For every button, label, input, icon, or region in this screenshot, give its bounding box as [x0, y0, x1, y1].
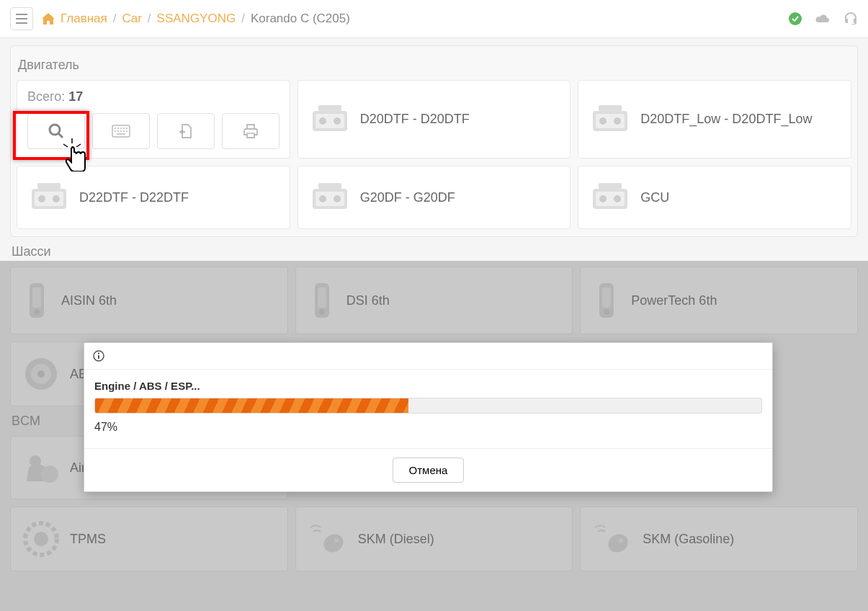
cursor-click-icon [62, 138, 95, 171]
keyboard-button[interactable] [92, 113, 150, 149]
section-title-engine: Двигатель [18, 58, 850, 73]
total-value: 17 [68, 89, 83, 104]
breadcrumb-brand[interactable]: SSANGYONG [157, 12, 236, 26]
svg-point-13 [614, 117, 621, 125]
breadcrumb-sep: / [148, 12, 151, 26]
progress-modal: Engine / ABS / ESP... 47% Отмена [84, 342, 773, 492]
card-label: D20DTF_Low - D20DTF_Low [640, 112, 812, 127]
svg-rect-51 [98, 353, 99, 354]
keyboard-icon [112, 125, 130, 138]
breadcrumb-sep: / [241, 12, 245, 26]
engine-row-2: D22DTF - D22DTF G20DF - G20DF GCU [17, 166, 851, 229]
toolbar-card: Всего: 17 [17, 80, 290, 159]
breadcrumb-current: Korando C (C205) [251, 12, 350, 26]
svg-point-0 [50, 125, 60, 135]
svg-point-8 [334, 117, 341, 125]
info-icon [93, 350, 104, 362]
top-bar: Главная / Car / SSANGYONG / Korando C (C… [0, 0, 868, 38]
svg-point-28 [614, 195, 621, 202]
svg-point-17 [38, 195, 45, 202]
engine-option-card[interactable]: D20DTF - D20DTF [297, 80, 571, 159]
engine-icon [590, 182, 630, 213]
section-title-chassis: Шасси [12, 244, 856, 259]
printer-icon [243, 123, 259, 139]
print-button[interactable] [222, 113, 279, 149]
breadcrumb-home[interactable]: Главная [61, 12, 107, 26]
svg-line-2 [63, 144, 68, 147]
svg-point-23 [334, 195, 341, 202]
engine-icon [310, 104, 350, 135]
total-label: Всего: [27, 89, 68, 104]
svg-point-27 [599, 195, 607, 202]
svg-rect-24 [318, 183, 341, 189]
engine-section: Двигатель Всего: 17 [10, 45, 858, 237]
search-icon [48, 122, 65, 140]
card-label: GCU [640, 190, 669, 205]
progress-bar [94, 398, 762, 414]
svg-point-12 [599, 117, 607, 125]
modal-header [84, 343, 772, 370]
svg-rect-14 [599, 105, 622, 111]
breadcrumb-car[interactable]: Car [122, 12, 141, 26]
svg-rect-9 [318, 105, 341, 111]
progress-percent: 47% [94, 421, 762, 434]
svg-point-18 [53, 195, 60, 202]
svg-point-22 [319, 195, 326, 202]
status-ok-icon [789, 12, 802, 25]
headset-icon[interactable] [844, 12, 858, 26]
modal-body: Engine / ABS / ESP... 47% [84, 370, 772, 448]
engine-icon [310, 182, 350, 213]
card-label: D22DTF - D22DTF [79, 190, 189, 205]
engine-option-card[interactable]: D20DTF_Low - D20DTF_Low [578, 80, 851, 159]
engine-icon [29, 182, 69, 213]
engine-option-card[interactable]: D22DTF - D22DTF [17, 166, 290, 229]
breadcrumb: Главная / Car / SSANGYONG / Korando C (C… [42, 12, 350, 26]
engine-option-card[interactable]: G20DF - G20DF [297, 166, 571, 229]
hamburger-icon [16, 14, 27, 24]
svg-rect-19 [37, 183, 61, 189]
export-button[interactable] [157, 113, 215, 149]
svg-rect-29 [599, 183, 622, 189]
engine-option-card[interactable]: GCU [578, 166, 851, 229]
card-label: D20DTF - D20DTF [360, 112, 470, 127]
breadcrumb-sep: / [113, 12, 117, 26]
svg-point-7 [319, 117, 326, 125]
cloud-icon[interactable] [815, 13, 831, 24]
progress-label: Engine / ABS / ESP... [94, 380, 762, 392]
svg-rect-52 [98, 355, 99, 359]
top-right-icons [789, 12, 858, 26]
card-label: G20DF - G20DF [360, 190, 455, 205]
modal-footer: Отмена [84, 448, 772, 491]
progress-fill [95, 398, 408, 413]
menu-button[interactable] [10, 7, 33, 30]
cancel-button[interactable]: Отмена [393, 458, 465, 483]
engine-icon [590, 104, 630, 135]
home-icon [42, 13, 55, 24]
engine-row-1: Всего: 17 [17, 80, 851, 159]
svg-line-4 [76, 144, 81, 147]
file-export-icon [178, 123, 194, 139]
